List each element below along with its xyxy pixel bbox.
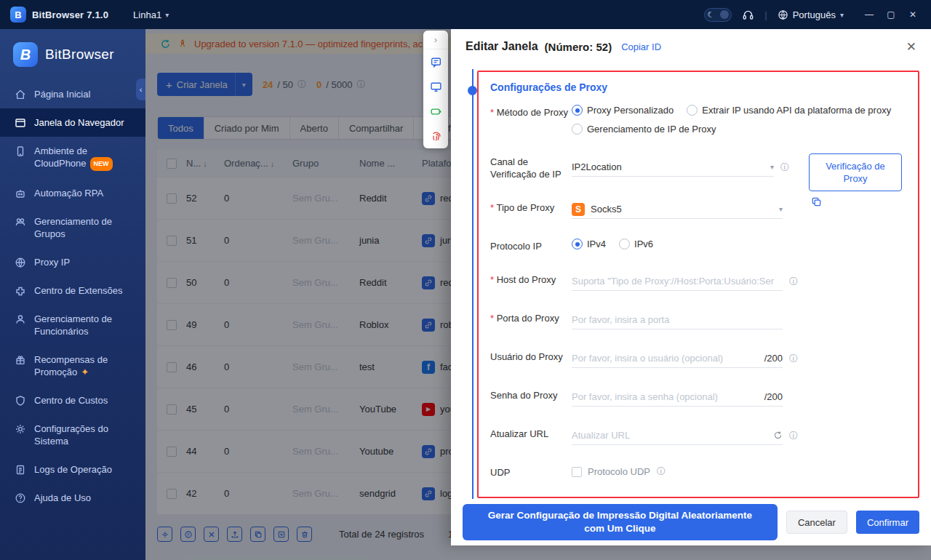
fingerprint-icon[interactable]: [423, 124, 448, 148]
sidebar-item-label: Janela do Navegador: [34, 116, 124, 129]
radio-extrair-ip-api[interactable]: Extrair IP usando API da plataforma de p…: [687, 105, 891, 116]
sidebar-item-centro-extensoes[interactable]: Centro de Extensões: [0, 276, 145, 305]
sidebar-item-centro-custos[interactable]: Centro de Custos: [0, 386, 145, 415]
sidebar-item-ajuda-de-uso[interactable]: Ajuda de Uso: [0, 484, 145, 512]
field-proxy-password: Senha do Proxy /200: [490, 388, 906, 407]
sidebar-item-label: Automação RPA: [34, 187, 103, 199]
radio-proxy-personalizado[interactable]: Proxy Personalizado: [572, 105, 674, 116]
robot-icon: [15, 188, 26, 199]
theme-toggle[interactable]: ☾: [704, 8, 732, 22]
close-window-button[interactable]: ✕: [902, 4, 924, 25]
generate-fingerprint-button[interactable]: Gerar Configuração de Impressão Digital …: [463, 504, 778, 540]
title-bar: B BitBrowser 7.1.0 Linha1 ▾ ☾ | Portuguê…: [0, 0, 931, 29]
line-selector-label: Linha1: [133, 9, 161, 20]
radio-ipv6[interactable]: IPv6: [619, 239, 653, 249]
field-ip-protocol: Protocolo IP IPv4 IPv6: [490, 239, 906, 252]
info-icon[interactable]: ⓘ: [657, 465, 666, 478]
globe-icon: [15, 257, 26, 268]
section-anchor-line: [472, 69, 474, 503]
chevron-down-icon: ▾: [779, 205, 783, 213]
brand-name: BitBrowser: [45, 47, 114, 63]
info-icon[interactable]: ⓘ: [789, 353, 798, 365]
info-icon[interactable]: ⓘ: [780, 161, 789, 174]
battery-saver-icon[interactable]: [423, 99, 448, 124]
maximize-button[interactable]: ▢: [880, 4, 902, 25]
info-icon[interactable]: ⓘ: [789, 430, 798, 442]
copy-id-link[interactable]: Copiar ID: [621, 41, 661, 52]
proxy-check-column: Verificação de Proxy: [809, 153, 902, 207]
floating-toolbar: ›: [423, 31, 448, 148]
app-title: BitBrowser 7.1.0: [32, 9, 108, 20]
radio-gerenciamento-ip-proxy[interactable]: Gerenciamento de IP de Proxy: [572, 124, 716, 135]
confirm-button[interactable]: Confirmar: [856, 511, 919, 534]
field-proxy-port: Porta do Proxy: [490, 311, 906, 329]
refresh-icon[interactable]: [773, 431, 783, 440]
drawer-header: Editar Janela (Número: 52) Copiar ID ✕: [451, 29, 931, 64]
field-udp: UDP Protocolo UDP ⓘ: [490, 465, 906, 479]
copy-icon[interactable]: [811, 196, 902, 207]
close-drawer-icon[interactable]: ✕: [906, 39, 916, 55]
feedback-chat-icon[interactable]: [423, 49, 448, 74]
proxy-user-input[interactable]: [572, 353, 760, 364]
drawer-title: Editar Janela: [466, 40, 538, 53]
sidebar-item-janela-do-navegador[interactable]: Janela do Navegador: [0, 108, 145, 137]
char-limit: /200: [764, 353, 783, 364]
support-headset-icon[interactable]: [742, 9, 754, 21]
info-icon[interactable]: ⓘ: [789, 276, 798, 288]
brand-logo-icon: B: [13, 42, 38, 67]
section-anchor-dot[interactable]: [468, 86, 477, 95]
field-proxy-method: Método de Proxy Proxy Personalizado Extr…: [490, 105, 906, 135]
char-limit: /200: [764, 391, 783, 402]
sidebar-collapse-handle[interactable]: ‹: [136, 79, 145, 100]
cloudphone-icon: [15, 145, 26, 157]
sidebar-item-gerenciamento-grupos[interactable]: Gerenciamento de Grupos: [0, 207, 145, 248]
proxy-host-input[interactable]: [572, 276, 783, 287]
globe-icon: [778, 9, 788, 20]
socks5-badge-icon: S: [572, 203, 585, 216]
proxy-check-button[interactable]: Verificação de Proxy: [809, 153, 902, 191]
sidebar-item-configuracoes-sistema[interactable]: Configurações do Sistema: [0, 415, 145, 455]
new-badge: NEW: [90, 157, 113, 171]
sidebar-item-label: Centro de Extensões: [34, 284, 122, 297]
sidebar-item-recompensas-promocao[interactable]: Recompensas de Promoção✦: [0, 345, 145, 386]
udp-checkbox[interactable]: [572, 467, 582, 477]
home-icon: [15, 89, 26, 100]
proxy-type-select[interactable]: S Socks5 ▾: [572, 200, 783, 219]
chevron-down-icon: ▾: [165, 11, 169, 19]
sparkle-icon: ✦: [81, 367, 89, 377]
logs-icon: [15, 464, 26, 476]
screen-share-icon[interactable]: [423, 74, 448, 99]
sidebar-menu: Página Inicial Janela do Navegador Ambie…: [0, 80, 145, 512]
sidebar-item-label: Recompensas de Promoção: [34, 354, 108, 377]
language-selector[interactable]: Português ▾: [778, 9, 844, 20]
sidebar-item-automacao-rpa[interactable]: Automação RPA: [0, 179, 145, 207]
sidebar-item-logs-operacao[interactable]: Logs de Operação: [0, 455, 145, 484]
sidebar-item-gerenciamento-funcionarios[interactable]: Gerenciamento de Funcionários: [0, 305, 145, 345]
refresh-url-input[interactable]: [572, 430, 773, 441]
minimize-button[interactable]: —: [858, 4, 880, 25]
proxy-password-input[interactable]: [572, 391, 760, 402]
sidebar-brand: B BitBrowser: [0, 29, 145, 79]
sidebar-item-ambiente-cloudphone[interactable]: Ambiente de CloudPhoneNEW: [0, 137, 145, 179]
gear-icon: [15, 423, 26, 435]
section-title: Configurações de Proxy: [490, 81, 906, 93]
sidebar-item-pagina-inicial[interactable]: Página Inicial: [0, 80, 145, 108]
sidebar-item-proxy-ip[interactable]: Proxy IP: [0, 248, 145, 276]
cancel-button[interactable]: Cancelar: [786, 511, 847, 534]
sidebar-item-label: Ajuda de Uso: [34, 492, 91, 504]
separator: |: [764, 9, 767, 20]
proxy-port-input[interactable]: [572, 314, 783, 325]
window-number: (Número: 52): [545, 41, 612, 53]
groups-icon: [15, 216, 26, 228]
line-selector[interactable]: Linha1 ▾: [133, 9, 169, 20]
radio-ipv4[interactable]: IPv4: [572, 239, 606, 249]
ip-channel-select[interactable]: IP2Location ▾: [572, 158, 774, 177]
app-logo-icon: B: [10, 7, 26, 23]
field-proxy-host: Host do Proxy ⓘ: [490, 272, 906, 291]
sidebar-item-label: Gerenciamento de Grupos: [34, 215, 137, 240]
sidebar-item-label: Gerenciamento de Funcionários: [34, 313, 137, 337]
collapse-chevron-icon[interactable]: ›: [423, 31, 448, 49]
browser-window-icon: [15, 117, 26, 129]
sidebar-item-label: Logs de Operação: [34, 463, 112, 476]
gift-icon: [15, 354, 26, 366]
